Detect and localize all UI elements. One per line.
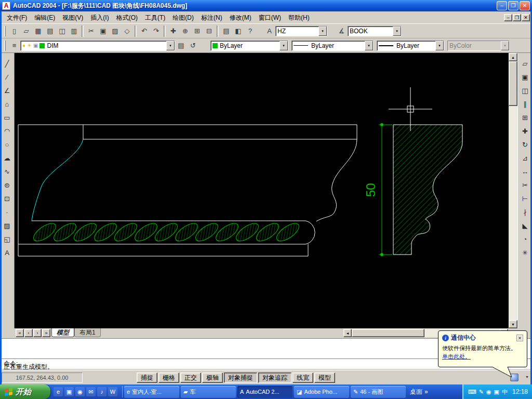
copy-object-button[interactable]: ▣ [519, 71, 531, 83]
chevron-down-icon[interactable]: ▼ [365, 41, 373, 50]
toolbar-grip[interactable] [4, 26, 6, 36]
dim-style-button[interactable]: ∡ [336, 25, 348, 37]
spline-button[interactable]: ∿ [1, 165, 14, 178]
task-button-4[interactable]: ◪ Adobe Pho... [294, 386, 349, 398]
make-object-layer-current-button[interactable]: ▤ [175, 39, 187, 51]
menu-help[interactable]: 帮助(H) [285, 11, 313, 24]
start-button[interactable]: 开始 [0, 384, 50, 399]
revcloud-button[interactable]: ☁ [1, 152, 14, 164]
redo-button[interactable]: ↷ [150, 25, 162, 37]
ellipse-button[interactable]: ⊜ [1, 179, 14, 191]
new-button[interactable]: ▯ [8, 25, 20, 37]
text-style-combo[interactable]: HZ ▼ [275, 26, 327, 36]
region-button[interactable]: ◱ [1, 233, 14, 245]
paste-button[interactable]: ▨ [109, 25, 121, 37]
tab-layout1[interactable]: 布局1 [74, 328, 101, 337]
save-button[interactable]: ▦ [32, 25, 44, 37]
vertical-scroll-thumb[interactable] [509, 61, 517, 106]
balloon-close-icon[interactable]: ✕ [516, 335, 523, 341]
chevron-down-icon[interactable]: ▼ [280, 41, 288, 50]
cut-button[interactable]: ✂ [85, 25, 97, 37]
scroll-left-button[interactable]: ◄ [343, 329, 352, 337]
multiline-text-button[interactable]: A [1, 246, 14, 259]
rectangle-button[interactable]: ▭ [1, 111, 14, 124]
match-properties-button[interactable]: ◇ [121, 25, 133, 37]
point-button[interactable]: ∙ [1, 206, 14, 218]
menu-format[interactable]: 格式(O) [113, 11, 141, 24]
next-tab-button[interactable]: › [33, 329, 42, 337]
zoom-previous-button[interactable]: ⊟ [203, 25, 215, 37]
polar-toggle[interactable]: 极轴 [202, 373, 223, 383]
msn-icon[interactable]: ♪ [97, 387, 107, 396]
scroll-down-button[interactable]: ▼ [509, 320, 517, 328]
desktop-toolbar-chevron[interactable]: » [424, 388, 428, 395]
chevron-down-icon[interactable]: ▼ [318, 26, 327, 36]
close-button[interactable]: ✕ [520, 1, 530, 10]
designcenter-button[interactable]: ◧ [232, 25, 244, 37]
explode-button[interactable]: ✳ [519, 246, 531, 259]
menu-modify[interactable]: 修改(M) [226, 11, 255, 24]
offset-button[interactable]: ∥ [519, 98, 531, 110]
zoom-realtime-button[interactable]: ⊕ [179, 25, 191, 37]
horizontal-scroll-thumb[interactable] [352, 329, 424, 337]
polyline-button[interactable]: ∠ [1, 84, 14, 97]
last-tab-button[interactable]: » [42, 329, 50, 337]
mdi-close-button[interactable]: ✕ [522, 14, 530, 21]
chevron-down-icon[interactable]: ▼ [166, 41, 175, 50]
menu-file[interactable]: 文件(F) [3, 11, 31, 24]
otrack-toggle[interactable]: 对象追踪 [258, 373, 291, 383]
rotate-button[interactable]: ↻ [519, 138, 531, 151]
desktop-toolbar-label[interactable]: 桌面 [410, 388, 422, 396]
array-button[interactable]: ⊞ [519, 111, 531, 124]
model-toggle[interactable]: 模型 [314, 373, 335, 383]
linetype-combo[interactable]: ByLayer ▼ [291, 41, 374, 51]
media-player-icon[interactable]: ◉ [75, 387, 85, 396]
mail-icon[interactable]: ✉ [86, 387, 96, 396]
layer-manager-button[interactable]: ≡ [8, 39, 20, 51]
grid-toggle[interactable]: 栅格 [158, 373, 179, 383]
chevron-down-icon[interactable]: ▼ [393, 26, 401, 36]
word-icon[interactable]: W [108, 387, 117, 396]
arc-button[interactable]: ◠ [1, 125, 14, 137]
circle-button[interactable]: ○ [1, 138, 14, 151]
open-button[interactable]: ▱ [20, 25, 32, 37]
scroll-up-button[interactable]: ▲ [509, 53, 517, 61]
dim-style-combo[interactable]: BOOK ▼ [348, 26, 402, 36]
task-button-3[interactable]: A AutoCAD 2... [237, 386, 292, 398]
mdi-minimize-button[interactable]: – [504, 14, 512, 21]
erase-button[interactable]: ▱ [519, 57, 531, 70]
autocad-app-icon[interactable]: A [2, 2, 10, 10]
zoom-window-button[interactable]: ⊞ [191, 25, 203, 37]
pen-tray-icon[interactable]: ✎ [479, 389, 484, 395]
keyboard-tray-icon[interactable]: ⌨ [468, 389, 476, 395]
prev-tab-button[interactable]: ‹ [24, 329, 33, 337]
plot-button[interactable]: ▤ [44, 25, 56, 37]
menu-view[interactable]: 视图(V) [59, 11, 87, 24]
toolbar-grip[interactable] [4, 41, 6, 51]
move-button[interactable]: ✚ [519, 125, 531, 137]
stretch-button[interactable]: ↔ [519, 165, 531, 178]
publish-button[interactable]: ▥ [68, 25, 80, 37]
task-button-2[interactable]: ▰ 车 [181, 386, 236, 398]
layer-previous-button[interactable]: ↺ [187, 39, 199, 51]
task-button-5[interactable]: ✎ 46 - 画图 [351, 386, 406, 398]
insert-block-button[interactable]: ⊡ [1, 192, 14, 205]
chamfer-button[interactable]: ◣ [519, 219, 531, 232]
construction-line-button[interactable]: ∕ [1, 71, 14, 83]
line-button[interactable]: ╱ [1, 57, 14, 70]
osnap-toggle[interactable]: 对象捕捉 [224, 373, 257, 383]
mirror-button[interactable]: ◫ [519, 84, 531, 97]
color-combo[interactable]: ByLayer ▼ [210, 41, 288, 51]
status-bar-menu-arrow[interactable]: ▼ [525, 375, 529, 379]
trim-button[interactable]: ✂ [519, 179, 531, 191]
mdi-restore-button[interactable]: ❐ [513, 14, 521, 21]
input-method-tray-icon[interactable]: 中 [502, 389, 508, 395]
fillet-button[interactable]: ◔ [519, 233, 531, 245]
snap-toggle[interactable]: 捕捉 [137, 373, 157, 383]
ie-quicklaunch-icon[interactable]: e [54, 387, 63, 396]
minimize-button[interactable]: – [497, 1, 507, 10]
hatch-button[interactable]: ▨ [1, 219, 14, 232]
volume-tray-icon[interactable]: ◉ [486, 389, 491, 395]
break-button[interactable]: ∤ [519, 206, 531, 218]
polygon-button[interactable]: ⌂ [1, 98, 14, 110]
